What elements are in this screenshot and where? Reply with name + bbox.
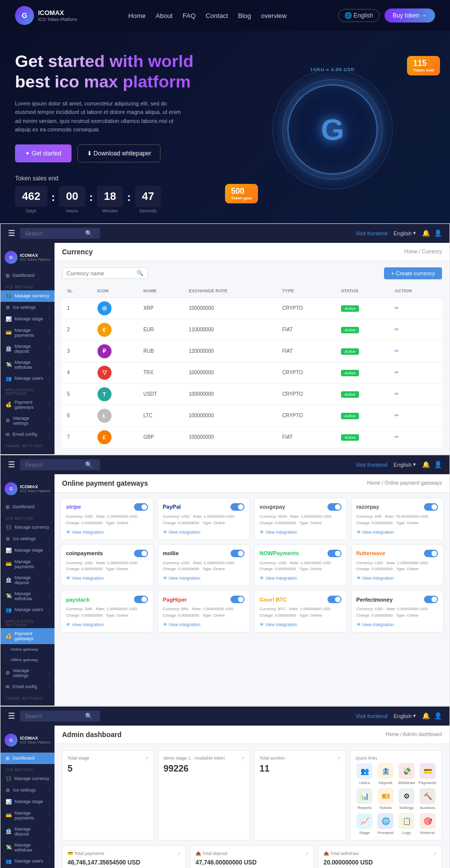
gateway-view-integration[interactable]: 👁 View integration [260, 530, 342, 535]
sidebar-item-manage-withdraw[interactable]: 💸 Manage withdraw › [0, 840, 54, 856]
gateway-toggle[interactable] [424, 550, 438, 557]
quick-link-payments[interactable]: 💳 Payments [418, 763, 436, 785]
quick-link-logs[interactable]: 📋 Logs [398, 813, 416, 835]
gateway-view-integration[interactable]: 👁 View integration [66, 530, 148, 535]
gateway-view-integration[interactable]: 👁 View integration [260, 576, 342, 581]
sidebar-item-dashboard[interactable]: ⊞ Dashboard [0, 270, 54, 281]
create-currency-button[interactable]: + Create currency [384, 267, 442, 279]
nav-blog[interactable]: Blog [238, 12, 251, 19]
sidebar-item-offline-gateway[interactable]: Offline gateway [0, 655, 54, 665]
sidebar-item-payment-gateways[interactable]: 💰 Payment gateways › [0, 628, 54, 644]
nav-about[interactable]: About [156, 12, 172, 19]
currency-search-input[interactable] [66, 270, 136, 276]
gateway-toggle[interactable] [230, 503, 244, 511]
buy-token-button[interactable]: Buy token → [384, 8, 435, 22]
quick-link-users[interactable]: 👥 Users [356, 763, 374, 785]
edit-icon[interactable]: ✏ [394, 412, 399, 418]
topbar-search-input[interactable] [25, 230, 85, 236]
gateway-view-integration[interactable]: 👁 View integration [66, 576, 148, 581]
sidebar-item-manage-stage[interactable]: 📊 Manage stage › [0, 545, 54, 556]
edit-icon[interactable]: ✏ [394, 348, 399, 354]
user-icon[interactable]: 👤 [434, 229, 442, 237]
sidebar-item-manage-users[interactable]: 👥 Manage users › [0, 604, 54, 616]
bell-icon[interactable]: 🔔 [422, 461, 430, 468]
gateway-toggle[interactable] [134, 596, 148, 603]
lang-selector[interactable]: English ▾ [394, 713, 416, 719]
sidebar-item-manage-currency[interactable]: 💱 Manage currency [0, 522, 54, 533]
gateway-view-integration[interactable]: 👁 View integration [66, 622, 148, 627]
sidebar-item-manage-currency[interactable]: 💱 Manage currency [0, 290, 54, 302]
sidebar-item-manage-stage[interactable]: 📊 Manage stage › [0, 313, 54, 325]
sidebar-item-email-config[interactable]: ✉ Email config › [0, 681, 54, 693]
user-icon[interactable]: 👤 [434, 712, 442, 720]
quick-link-auctions[interactable]: 🔨 Auctions [418, 788, 436, 810]
sidebar-item-manage-payments[interactable]: 💳 Manage payments › [0, 808, 54, 824]
gateway-view-integration[interactable]: 👁 View integration [260, 622, 342, 627]
quick-link-frontend[interactable]: 🌐 Frontend [376, 813, 394, 835]
whitepaper-button[interactable]: ⬇ Download whitepaper [78, 144, 161, 162]
bell-icon[interactable]: 🔔 [422, 229, 430, 237]
sidebar-item-dashboard[interactable]: ⊞ Dashboard [0, 753, 54, 764]
quick-link-withdraw[interactable]: 💸 Withdraw [398, 763, 416, 785]
sidebar-item-manage-deposit[interactable]: 🏦 Manage deposit › [0, 824, 54, 840]
bell-icon[interactable]: 🔔 [422, 712, 430, 720]
lang-button[interactable]: 🌐 English [338, 9, 380, 22]
user-icon[interactable]: 👤 [434, 461, 442, 468]
nav-overview[interactable]: overview [261, 12, 286, 19]
topbar-search-input[interactable] [25, 713, 85, 719]
sidebar-item-online-gateway[interactable]: Online gateway [0, 644, 54, 655]
sidebar-item-manage-settings[interactable]: ⚙ Manage settings › [0, 413, 54, 429]
quick-link-tickets[interactable]: 🎫 Tickets [376, 788, 394, 810]
edit-icon[interactable]: ✏ [394, 326, 399, 332]
sidebar-item-manage-users[interactable]: 👥 Manage users › [0, 373, 54, 384]
gateway-view-integration[interactable]: 👁 View integration [356, 622, 438, 627]
hamburger-icon[interactable]: ☰ [8, 228, 15, 238]
sidebar-item-manage-deposit[interactable]: 🏦 Manage deposit › [0, 572, 54, 588]
sidebar-item-ico-settings[interactable]: ⚙ Ico settings › [0, 302, 54, 313]
gateway-view-integration[interactable]: 👁 View integration [356, 576, 438, 581]
expand-icon[interactable]: ↗ [240, 756, 244, 761]
sidebar-item-email-config[interactable]: ✉ Email config › [0, 429, 54, 440]
sidebar-item-manage-settings[interactable]: ⚙ Manage settings › [0, 665, 54, 681]
expand-icon[interactable]: ↗ [144, 756, 148, 761]
sidebar-item-payment-gateways[interactable]: 💰 Payment gateways › [0, 397, 54, 413]
edit-icon[interactable]: ✏ [394, 305, 399, 311]
sidebar-item-manage-payments[interactable]: 💳 Manage payments › [0, 325, 54, 341]
lang-selector[interactable]: English ▾ [394, 461, 416, 468]
sidebar-item-ico-settings[interactable]: ⚙ Ico settings › [0, 785, 54, 796]
gateway-toggle[interactable] [424, 596, 438, 603]
hamburger-icon[interactable]: ☰ [8, 460, 15, 469]
quick-link-reports[interactable]: 📊 Reports [356, 788, 374, 810]
visit-frontend-link[interactable]: Visit frontend [356, 462, 388, 468]
nav-contact[interactable]: Contact [206, 12, 228, 19]
topbar-search-input[interactable] [25, 462, 85, 468]
gateway-toggle[interactable] [230, 596, 244, 603]
quick-link-settings[interactable]: ⚙ Settings [398, 788, 416, 810]
sidebar-item-manage-withdraw[interactable]: 💸 Manage withdraw › [0, 357, 54, 373]
sidebar-item-dashboard[interactable]: ⊞ Dashboard [0, 501, 54, 513]
sidebar-item-manage-payments[interactable]: 💳 Manage payments › [0, 556, 54, 572]
gateway-toggle[interactable] [230, 550, 244, 557]
gateway-toggle[interactable] [134, 550, 148, 557]
gateway-toggle[interactable] [328, 550, 342, 557]
gateway-toggle[interactable] [424, 503, 438, 511]
sidebar-item-manage-currency[interactable]: 💱 Manage currency [0, 773, 54, 785]
edit-icon[interactable]: ✏ [394, 369, 399, 375]
edit-icon[interactable]: ✏ [394, 391, 399, 397]
sidebar-item-manage-deposit[interactable]: 🏦 Manage deposit › [0, 341, 54, 357]
quick-link-referral[interactable]: 🎯 Referral [418, 813, 436, 835]
nav-home[interactable]: Home [128, 12, 146, 19]
get-started-button[interactable]: ✦ Get started [15, 144, 72, 162]
gateway-view-integration[interactable]: 👁 View integration [163, 622, 245, 627]
expand-icon[interactable]: ↗ [176, 851, 180, 857]
quick-link-deposit[interactable]: 🏦 Deposit [376, 763, 394, 785]
visit-frontend-link[interactable]: Visit frontend [356, 230, 388, 236]
expand-icon[interactable]: ↗ [432, 851, 436, 857]
gateway-toggle[interactable] [328, 503, 342, 511]
quick-link-stage[interactable]: 📈 Stage [356, 813, 374, 835]
sidebar-item-ico-settings[interactable]: ⚙ Ico settings › [0, 533, 54, 545]
sidebar-item-manage-stage[interactable]: 📊 Manage stage › [0, 796, 54, 808]
nav-faq[interactable]: FAQ [182, 12, 196, 19]
gateway-toggle[interactable] [134, 503, 148, 511]
gateway-toggle[interactable] [328, 596, 342, 603]
